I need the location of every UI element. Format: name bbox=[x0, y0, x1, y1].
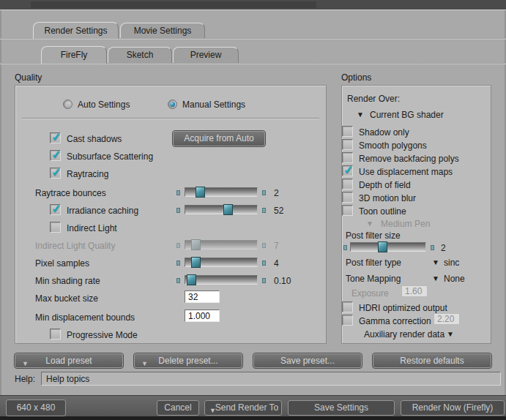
restore-defaults-label: Restore defaults bbox=[400, 356, 464, 366]
indirect-light-quality-slider bbox=[185, 240, 258, 250]
help-topics-field[interactable] bbox=[41, 372, 501, 386]
tab-render-settings-label: Render Settings bbox=[44, 23, 107, 39]
delete-preset-label: Delete preset... bbox=[158, 356, 217, 366]
pixel-samples-value: 4 bbox=[274, 258, 279, 269]
use-displacement-maps-label: Use displacement maps bbox=[359, 167, 453, 177]
indirect-light-label: Indirect Light bbox=[67, 223, 117, 233]
manual-settings-radio[interactable] bbox=[168, 100, 177, 109]
irradiance-caching-slider[interactable] bbox=[185, 205, 258, 214]
raytrace-bounces-left-cap bbox=[176, 190, 180, 195]
cast-shadows-checkbox[interactable] bbox=[50, 132, 61, 143]
depth-of-field-checkbox[interactable] bbox=[342, 179, 353, 190]
tone-mapping-dropdown-arrow-icon[interactable]: ▼ bbox=[432, 274, 439, 283]
tab-movie-settings[interactable]: Movie Settings bbox=[120, 23, 205, 38]
min-displacement-bounds-input[interactable] bbox=[185, 310, 220, 322]
indirect-light-quality-left-cap bbox=[176, 243, 180, 248]
toon-outline-checkbox[interactable] bbox=[342, 205, 353, 216]
tab-firefly[interactable]: FireFly bbox=[41, 46, 107, 64]
raytracing-checkbox[interactable] bbox=[50, 168, 61, 179]
render-now-button[interactable]: Render Now (Firefly) bbox=[401, 400, 505, 416]
max-bucket-size-label: Max bucket size bbox=[35, 293, 98, 304]
post-filter-size-value: 2 bbox=[441, 243, 446, 253]
gamma-correction-label: Gamma correction bbox=[359, 316, 431, 326]
render-now-label: Render Now (Firefly) bbox=[412, 402, 494, 413]
post-filter-size-slider[interactable] bbox=[350, 242, 426, 252]
cancel-button[interactable]: Cancel bbox=[157, 400, 199, 416]
pixel-samples-left-cap bbox=[176, 260, 180, 266]
progressive-mode-checkbox[interactable] bbox=[50, 329, 61, 340]
subsurface-scattering-label: Subsurface Scattering bbox=[67, 151, 153, 162]
shadow-only-checkbox[interactable] bbox=[342, 126, 353, 137]
post-filter-type-value[interactable]: sinc bbox=[444, 258, 459, 268]
motion-blur-label: 3D motion blur bbox=[359, 193, 416, 203]
min-shading-rate-thumb[interactable] bbox=[187, 274, 196, 285]
irradiance-caching-label: Irradiance caching bbox=[67, 206, 138, 216]
post-filter-size-thumb[interactable] bbox=[378, 241, 387, 252]
tab-movie-settings-label: Movie Settings bbox=[134, 23, 192, 38]
titlebar-inset bbox=[31, 1, 316, 8]
irradiance-caching-thumb[interactable] bbox=[223, 204, 233, 215]
render-over-dropdown-arrow-icon[interactable]: ▼ bbox=[357, 110, 364, 119]
tab-sketch-label: Sketch bbox=[127, 48, 154, 63]
toon-pen-value: Medium Pen bbox=[381, 219, 430, 229]
max-bucket-size-input[interactable] bbox=[185, 290, 220, 303]
min-shading-rate-value: 0.10 bbox=[274, 276, 291, 286]
acquire-from-auto-button[interactable]: Acquire from Auto bbox=[173, 131, 265, 146]
delete-preset-dropdown-arrow-icon: ▼ bbox=[141, 357, 148, 370]
raytrace-bounces-right-cap bbox=[262, 190, 266, 195]
delete-preset-button[interactable]: ▼ Delete preset... bbox=[134, 353, 242, 368]
smooth-polygons-label: Smooth polygons bbox=[359, 140, 427, 151]
tab-preview[interactable]: Preview bbox=[173, 47, 239, 63]
help-label: Help: bbox=[15, 374, 35, 384]
smooth-polygons-checkbox[interactable] bbox=[342, 139, 353, 150]
pixel-samples-slider[interactable] bbox=[185, 258, 258, 267]
options-section-title: Options bbox=[341, 72, 371, 83]
pixel-samples-thumb[interactable] bbox=[191, 257, 201, 268]
window-titlebar bbox=[0, 0, 506, 10]
raytrace-bounces-value: 2 bbox=[274, 188, 279, 198]
depth-of-field-label: Depth of field bbox=[359, 180, 411, 190]
subsurface-scattering-checkbox[interactable] bbox=[50, 150, 61, 161]
remove-backfacing-polys-checkbox[interactable] bbox=[342, 152, 353, 163]
post-filter-size-label: Post filter size bbox=[346, 230, 401, 241]
indirect-light-quality-value: 7 bbox=[274, 241, 279, 251]
raytrace-bounces-slider[interactable] bbox=[185, 187, 258, 197]
post-filter-type-dropdown-arrow-icon[interactable]: ▼ bbox=[432, 258, 439, 267]
save-settings-button[interactable]: Save Settings bbox=[288, 400, 395, 416]
pixel-samples-right-cap bbox=[262, 260, 266, 266]
irradiance-caching-checkbox[interactable] bbox=[50, 204, 61, 215]
exposure-label: Exposure bbox=[351, 288, 389, 299]
auxiliary-render-data-label[interactable]: Auxiliary render data bbox=[364, 329, 444, 340]
tab-sketch[interactable]: Sketch bbox=[108, 47, 172, 63]
load-preset-button[interactable]: ▼ Load preset bbox=[15, 353, 123, 368]
motion-blur-checkbox[interactable] bbox=[342, 192, 353, 203]
render-over-value[interactable]: Current BG shader bbox=[370, 110, 444, 120]
pixel-samples-label: Pixel samples bbox=[35, 258, 89, 269]
resolution-label: 640 x 480 bbox=[17, 402, 56, 413]
use-displacement-maps-checkbox[interactable] bbox=[342, 165, 353, 176]
min-shading-rate-right-cap bbox=[262, 278, 266, 283]
raytrace-bounces-thumb[interactable] bbox=[196, 187, 205, 198]
tab-firefly-label: FireFly bbox=[61, 47, 88, 64]
manual-settings-label: Manual Settings bbox=[182, 100, 245, 110]
render-over-label: Render Over: bbox=[347, 94, 400, 104]
gamma-correction-checkbox[interactable] bbox=[342, 315, 353, 326]
post-filter-size-right-cap bbox=[431, 245, 434, 250]
send-render-to-button[interactable]: ▼ Send Render To bbox=[204, 400, 282, 416]
tab-render-settings[interactable]: Render Settings bbox=[33, 22, 119, 39]
cancel-label: Cancel bbox=[164, 402, 191, 413]
quality-section-title: Quality bbox=[15, 72, 42, 83]
min-shading-rate-slider[interactable] bbox=[185, 275, 258, 285]
progressive-mode-label: Progressive Mode bbox=[67, 330, 138, 340]
restore-defaults-button[interactable]: Restore defaults bbox=[373, 353, 491, 368]
auto-settings-radio[interactable] bbox=[63, 100, 72, 109]
indirect-light-checkbox[interactable] bbox=[50, 222, 61, 233]
resolution-button[interactable]: 640 x 480 bbox=[6, 400, 66, 416]
toon-pen-dropdown-arrow-icon: ▼ bbox=[366, 220, 373, 228]
toon-outline-label: Toon outline bbox=[359, 206, 406, 217]
indirect-light-quality-label: Indirect Light Quality bbox=[35, 241, 115, 251]
save-preset-button[interactable]: Save preset... bbox=[253, 353, 362, 368]
tone-mapping-value[interactable]: None bbox=[444, 274, 465, 284]
auxiliary-render-data-dropdown-arrow-icon[interactable]: ▼ bbox=[447, 330, 454, 339]
hdri-optimized-output-checkbox[interactable] bbox=[342, 301, 353, 312]
